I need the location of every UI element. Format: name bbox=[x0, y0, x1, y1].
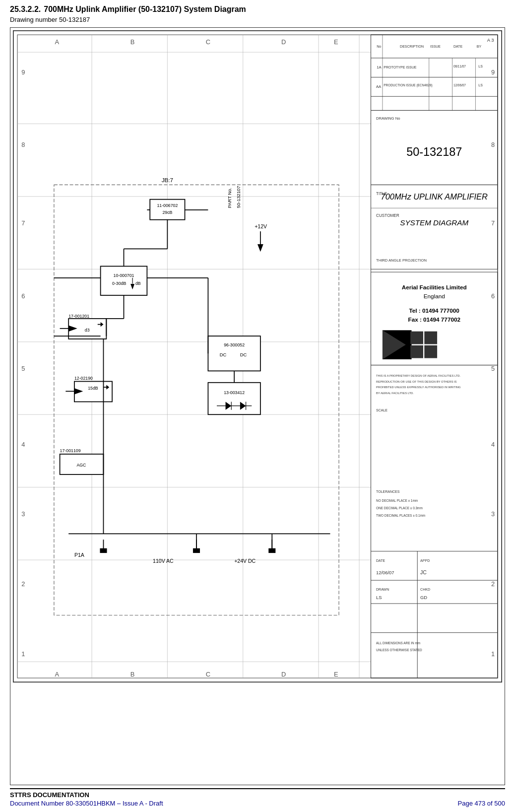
svg-text:06/11/07: 06/11/07 bbox=[453, 65, 466, 68]
footer-sttrs-label: STTRS DOCUMENTATION bbox=[10, 791, 505, 799]
svg-text:JB:7: JB:7 bbox=[162, 177, 173, 183]
svg-text:PROHIBITED UNLESS EXPRESSLY AU: PROHIBITED UNLESS EXPRESSLY AUTHORISED I… bbox=[376, 386, 461, 389]
svg-text:TOLERANCES: TOLERANCES bbox=[376, 490, 400, 493]
svg-text:APPD: APPD bbox=[420, 559, 430, 562]
svg-text:PROTOTYPE ISSUE: PROTOTYPE ISSUE bbox=[384, 66, 416, 69]
svg-text:BY: BY bbox=[477, 45, 482, 48]
svg-text:6: 6 bbox=[21, 292, 25, 300]
svg-text:17-001201: 17-001201 bbox=[68, 314, 89, 319]
svg-rect-178 bbox=[268, 548, 275, 553]
svg-text:DC: DC bbox=[240, 352, 247, 357]
page-title: 700MHz Uplink Amplifier (50-132107) Syst… bbox=[44, 5, 246, 14]
svg-text:12/06/07: 12/06/07 bbox=[453, 83, 466, 87]
svg-text:A 3: A 3 bbox=[487, 38, 494, 43]
svg-text:DATE: DATE bbox=[376, 559, 386, 562]
svg-text:5: 5 bbox=[21, 365, 25, 372]
svg-text:B: B bbox=[130, 38, 135, 46]
svg-text:DESCRIPTION: DESCRIPTION bbox=[400, 45, 424, 48]
svg-text:29cB: 29cB bbox=[162, 210, 172, 215]
svg-rect-78 bbox=[424, 345, 437, 358]
svg-text:10-000701: 10-000701 bbox=[114, 273, 134, 278]
svg-text:2: 2 bbox=[21, 580, 25, 588]
svg-text:4: 4 bbox=[21, 441, 25, 448]
svg-text:11-006702: 11-006702 bbox=[157, 203, 178, 208]
svg-text:D: D bbox=[281, 38, 286, 46]
svg-text:700MHz UPLINK AMPLIFIER: 700MHz UPLINK AMPLIFIER bbox=[381, 192, 488, 201]
footer-section: STTRS DOCUMENTATION Document Number 80-3… bbox=[10, 788, 505, 807]
svg-text:12-02190: 12-02190 bbox=[74, 376, 93, 381]
svg-text:REPRODUCTION OR USE OF THIS DE: REPRODUCTION OR USE OF THIS DESIGN BY OT… bbox=[376, 380, 457, 383]
svg-text:8: 8 bbox=[21, 141, 25, 148]
svg-text:A: A bbox=[55, 671, 59, 678]
diagram-container: A B C D E A B C D E 9 8 7 6 5 4 3 2 1 9 … bbox=[10, 27, 505, 785]
svg-text:Tel : 01494 777000: Tel : 01494 777000 bbox=[409, 307, 460, 314]
svg-text:2: 2 bbox=[491, 580, 495, 588]
svg-text:1A: 1A bbox=[377, 65, 382, 69]
svg-text:THIS IS A PROPRIETARY DESIGN O: THIS IS A PROPRIETARY DESIGN OF AERIAL F… bbox=[376, 374, 461, 377]
svg-text:A: A bbox=[55, 38, 59, 46]
page-wrapper: 25.3.2.2. 25.3.2.2. 700MHz Uplink Amplif… bbox=[0, 0, 515, 812]
svg-rect-176 bbox=[100, 548, 107, 553]
svg-text:3: 3 bbox=[21, 510, 25, 518]
svg-text:UNLESS OTHERWISE STATED: UNLESS OTHERWISE STATED bbox=[376, 648, 422, 652]
svg-text:GD: GD bbox=[420, 595, 427, 600]
svg-text:50-132107: 50-132107 bbox=[236, 186, 241, 208]
svg-text:NO DECIMAL PLACE ± 1mm: NO DECIMAL PLACE ± 1mm bbox=[376, 499, 418, 502]
svg-text:P1A: P1A bbox=[74, 552, 84, 558]
svg-text:PRODUCTION ISSUE (ECN4628): PRODUCTION ISSUE (ECN4628) bbox=[384, 83, 432, 87]
svg-text:E: E bbox=[334, 38, 338, 46]
svg-text:LS: LS bbox=[478, 83, 483, 87]
svg-text:12/06/07: 12/06/07 bbox=[376, 570, 394, 575]
footer-doc-number: Document Number 80-330501HBKM – Issue A … bbox=[10, 800, 163, 807]
svg-text:9: 9 bbox=[21, 68, 25, 76]
svg-text:ISSUE: ISSUE bbox=[430, 45, 441, 48]
svg-rect-77 bbox=[424, 332, 437, 344]
svg-text:1: 1 bbox=[21, 650, 25, 658]
svg-text:England: England bbox=[424, 293, 445, 299]
svg-rect-138 bbox=[208, 383, 260, 414]
svg-rect-76 bbox=[410, 345, 423, 358]
svg-text:B: B bbox=[130, 671, 135, 678]
svg-text:7: 7 bbox=[491, 219, 495, 227]
svg-text:110V AC: 110V AC bbox=[153, 558, 174, 564]
drawing-number: Drawing number 50-132187 bbox=[10, 16, 505, 23]
svg-text:3: 3 bbox=[491, 510, 495, 518]
svg-text:THIRD  ANGLE  PROJECTION: THIRD ANGLE PROJECTION bbox=[376, 258, 427, 263]
section-number: 25.3.2.2. bbox=[10, 5, 41, 14]
svg-rect-146 bbox=[74, 381, 112, 402]
svg-text:JC: JC bbox=[420, 569, 427, 575]
svg-text:CHKD: CHKD bbox=[420, 588, 430, 591]
svg-text:d3: d3 bbox=[85, 328, 90, 333]
diagram-svg: A B C D E A B C D E 9 8 7 6 5 4 3 2 1 9 … bbox=[10, 28, 505, 685]
svg-text:15dB: 15dB bbox=[88, 386, 98, 391]
svg-text:CUSTOMER: CUSTOMER bbox=[376, 213, 399, 218]
svg-text:LS: LS bbox=[478, 65, 483, 68]
svg-text:LS: LS bbox=[376, 595, 382, 600]
svg-text:4: 4 bbox=[491, 441, 495, 448]
footer-page-number: Page 473 of 500 bbox=[458, 800, 505, 807]
svg-text:TWO DECIMAL PLACES ± 0.1mm: TWO DECIMAL PLACES ± 0.1mm bbox=[376, 514, 425, 517]
svg-text:E: E bbox=[334, 671, 338, 678]
svg-text:7: 7 bbox=[21, 219, 25, 227]
svg-rect-177 bbox=[193, 548, 200, 553]
svg-text:Fax : 01494 777002: Fax : 01494 777002 bbox=[408, 316, 461, 323]
svg-text:8: 8 bbox=[491, 141, 495, 148]
svg-text:DATE: DATE bbox=[453, 45, 463, 48]
svg-text:AA: AA bbox=[376, 84, 382, 89]
svg-text:Aerial Facilities Limited: Aerial Facilities Limited bbox=[402, 284, 467, 290]
svg-text:DRAWING No: DRAWING No bbox=[376, 116, 400, 121]
svg-text:5: 5 bbox=[491, 365, 495, 372]
svg-text:96-300052: 96-300052 bbox=[224, 342, 245, 347]
svg-text:DC: DC bbox=[220, 352, 227, 357]
svg-text:D: D bbox=[281, 671, 286, 678]
svg-text:13-003412: 13-003412 bbox=[224, 390, 245, 395]
svg-text:No: No bbox=[377, 45, 381, 48]
svg-text:+12V: +12V bbox=[255, 223, 267, 229]
svg-text:SYSTEM DIAGRAM: SYSTEM DIAGRAM bbox=[400, 218, 468, 227]
svg-rect-75 bbox=[410, 332, 423, 344]
svg-text:6: 6 bbox=[491, 292, 495, 300]
svg-text:SCALE: SCALE bbox=[376, 408, 387, 412]
svg-text:BY AERIAL FACILITIES LTD.: BY AERIAL FACILITIES LTD. bbox=[376, 392, 414, 395]
svg-text:17-001109: 17-001109 bbox=[60, 448, 81, 453]
svg-rect-134 bbox=[208, 336, 260, 371]
